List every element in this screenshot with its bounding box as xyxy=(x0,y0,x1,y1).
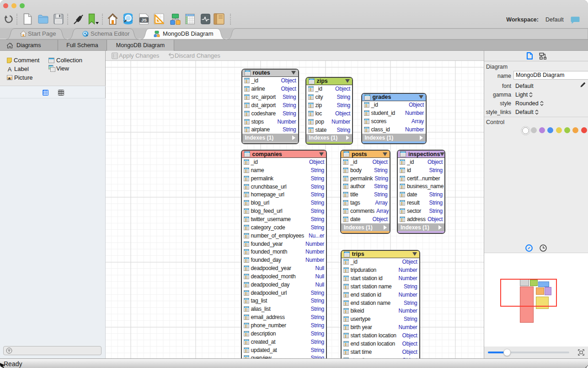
svg-text:A: A xyxy=(8,66,12,72)
svg-text:JS: JS xyxy=(141,17,147,22)
